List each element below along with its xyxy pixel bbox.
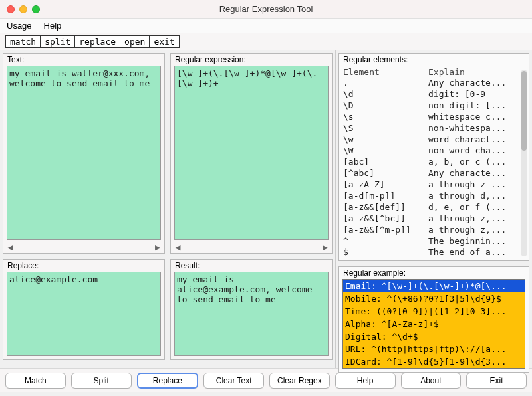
element-symbol: \w — [343, 134, 428, 145]
explain-col-header: Explain — [428, 67, 465, 77]
titlebar: Regular Expression Tool — [0, 0, 532, 19]
element-row[interactable]: \Wnon-word cha... — [343, 145, 525, 156]
element-symbol: $ — [343, 247, 428, 258]
example-row[interactable]: URL: ^(http|https|ftp)\://[a... — [343, 343, 525, 355]
exit-button[interactable]: Exit — [466, 373, 527, 389]
element-symbol: [a-zA-Z] — [343, 179, 428, 190]
examples-label: Regular example: — [339, 267, 529, 279]
element-row[interactable]: [a-zA-Z]a through z ... — [343, 179, 525, 190]
window-controls — [7, 5, 40, 13]
element-explain: digit: [0-9 — [428, 88, 525, 100]
element-symbol: \D — [343, 100, 428, 111]
text-scroll: ◀▶ — [3, 243, 164, 253]
element-symbol: [^abc] — [343, 167, 428, 179]
clear-regex-button[interactable]: Clear Regex — [269, 373, 330, 389]
element-row[interactable]: [a-z&&[^m-p]]a through z,... — [343, 224, 525, 235]
window-title: Regular Expression Tool — [0, 4, 532, 14]
toolbar-exit[interactable]: exit — [150, 36, 178, 47]
menu-help[interactable]: Help — [44, 21, 62, 31]
regex-scroll: ◀▶ — [171, 243, 332, 253]
example-row[interactable]: Alpha: ^[A-Za-z]+$ — [343, 318, 525, 330]
text-panel: Text: ◀▶ — [3, 53, 165, 254]
menu-usage[interactable]: Usage — [7, 21, 32, 31]
example-row[interactable]: Time: ((0?[0-9])|([1-2][0-3]... — [343, 305, 525, 318]
element-row[interactable]: \ddigit: [0-9 — [343, 88, 525, 100]
split-button[interactable]: Split — [71, 373, 132, 389]
replace-button[interactable]: Replace — [137, 373, 199, 389]
scrollbar-thumb[interactable] — [521, 71, 527, 151]
text-label: Text: — [3, 54, 164, 66]
result-output: my email is alice@example.com, welcome t… — [174, 272, 329, 356]
element-explain: non-word cha... — [428, 145, 525, 156]
minimize-icon[interactable] — [19, 5, 27, 13]
element-symbol: \S — [343, 122, 428, 134]
match-button[interactable]: Match — [5, 373, 66, 389]
result-label: Result: — [171, 260, 332, 272]
element-row[interactable]: ^The beginnin... — [343, 235, 525, 247]
element-symbol: \s — [343, 111, 428, 122]
element-symbol: [abc] — [343, 156, 428, 167]
toolbar-match[interactable]: match — [6, 36, 41, 47]
scroll-left-icon[interactable]: ◀ — [7, 243, 13, 252]
element-explain: non-whitespa... — [428, 122, 525, 134]
element-explain: Any characte... — [428, 77, 525, 88]
example-row[interactable]: IDCard: ^[1-9]\d{5}[1-9]\d{3... — [343, 355, 525, 368]
example-row[interactable]: Digital: ^\d+$ — [343, 330, 525, 343]
element-explain: a through d,... — [428, 190, 525, 201]
replace-panel: Replace: — [3, 259, 165, 360]
about-button[interactable]: About — [401, 373, 462, 389]
toolbar-replace[interactable]: replace — [75, 36, 120, 47]
scroll-left-icon[interactable]: ◀ — [175, 243, 180, 252]
scroll-right-icon[interactable]: ▶ — [155, 243, 160, 252]
element-row[interactable]: \wword charact... — [343, 134, 525, 145]
toolbar-open[interactable]: open — [120, 36, 150, 47]
element-row[interactable]: [a-d[m-p]]a through d,... — [343, 190, 525, 201]
example-row[interactable]: Mobile: ^(\+86)?0?1[3|5]\d{9}$ — [343, 292, 525, 305]
toolbar: match split replace open exit — [0, 33, 532, 50]
element-col-header: Element — [343, 67, 428, 77]
element-symbol: \d — [343, 88, 428, 100]
replace-label: Replace: — [3, 260, 164, 272]
help-button[interactable]: Help — [335, 373, 396, 389]
clear-text-button[interactable]: Clear Text — [203, 373, 264, 389]
elements-label: Regular elements: — [339, 54, 529, 66]
example-row[interactable]: Email: ^[\w-]+(\.[\w-]+)*@[\... — [343, 280, 525, 292]
zoom-icon[interactable] — [32, 5, 40, 13]
element-row[interactable]: \Dnon-digit: [... — [343, 100, 525, 111]
element-explain: Any characte... — [428, 167, 525, 179]
toolbar-split[interactable]: split — [41, 36, 75, 47]
element-symbol: [a-z&&[def]] — [343, 201, 428, 213]
examples-panel: Regular example: Email: ^[\w-]+(\.[\w-]+… — [338, 266, 529, 373]
scroll-right-icon[interactable]: ▶ — [323, 243, 328, 252]
examples-list[interactable]: Email: ^[\w-]+(\.[\w-]+)*@[\...Mobile: ^… — [342, 279, 525, 369]
regex-panel: Regular expression: ◀▶ — [170, 53, 332, 254]
regex-input[interactable] — [174, 66, 329, 240]
element-explain: a through z,... — [428, 224, 525, 235]
replace-input[interactable] — [7, 272, 161, 356]
element-row[interactable]: \swhitespace c... — [343, 111, 525, 122]
element-row[interactable]: \Snon-whitespa... — [343, 122, 525, 134]
text-input[interactable] — [7, 66, 161, 240]
element-row[interactable]: [a-z&&[def]]d, e, or f (... — [343, 201, 525, 213]
elements-scrollbar[interactable] — [521, 70, 527, 256]
element-symbol: [a-z&&[^m-p]] — [343, 224, 428, 235]
elements-list[interactable]: .Any characte...\ddigit: [0-9\Dnon-digit… — [339, 77, 529, 260]
element-explain: non-digit: [... — [428, 100, 525, 111]
element-row[interactable]: $The end of a... — [343, 247, 525, 258]
element-symbol: \W — [343, 145, 428, 156]
result-panel: Result: my email is alice@example.com, w… — [170, 259, 332, 360]
menubar: Usage Help — [0, 19, 532, 33]
element-row[interactable]: [abc]a, b, or c (... — [343, 156, 525, 167]
element-row[interactable]: [^abc]Any characte... — [343, 167, 525, 179]
close-icon[interactable] — [7, 5, 15, 13]
element-row[interactable]: .Any characte... — [343, 77, 525, 88]
elements-panel: Regular elements: Element Explain .Any c… — [338, 53, 529, 261]
element-row[interactable]: [a-z&&[^bc]]a through z,... — [343, 213, 525, 224]
element-explain: a through z ... — [428, 179, 525, 190]
element-explain: word charact... — [428, 134, 525, 145]
elements-header: Element Explain — [339, 66, 529, 77]
element-symbol: [a-z&&[^bc]] — [343, 213, 428, 224]
element-explain: whitespace c... — [428, 111, 525, 122]
element-symbol: ^ — [343, 235, 428, 247]
element-explain: a, b, or c (... — [428, 156, 525, 167]
